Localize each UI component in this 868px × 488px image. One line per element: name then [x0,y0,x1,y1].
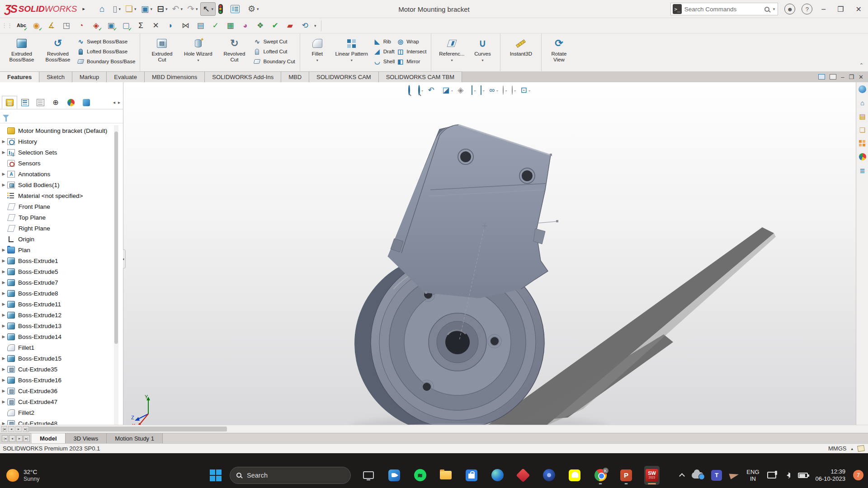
zoom-to-fit-icon[interactable]: ⌄ [407,84,415,95]
view-orientation-icon[interactable]: ⌄ [470,84,478,95]
tab-solidworks-addins[interactable]: SOLIDWORKS Add-Ins [205,71,281,82]
command-manager-toggle-icon[interactable]: ▾ [229,2,245,16]
tree-root-item[interactable]: Motor Mounting bracket (Default) [0,125,113,136]
tree-item[interactable]: ▶ History [0,136,113,147]
tab-sketch[interactable]: Sketch [39,71,72,82]
clock-widget[interactable]: 12:39 06-10-2023 [816,468,846,483]
tree-item[interactable]: ▶ Top Plane [0,212,113,223]
import-diagnostics-icon[interactable]: ▢ [118,19,133,32]
threedexperience-icon[interactable] [856,82,868,96]
tree-item[interactable]: ▶ Origin [0,234,113,244]
home-tab-icon[interactable]: ⌂ [856,96,868,109]
view-palette-icon[interactable] [856,136,868,150]
tree-item[interactable]: ▶ Cut-Extrude48 [0,418,113,425]
swept-boss-base-button[interactable]: ∿ Swept Boss/Base [77,37,135,47]
mirror-button[interactable]: ◧ Mirror [396,56,426,66]
revolved-cut-button[interactable]: ↻ Revolved Cut [217,35,251,68]
doc-close-button[interactable]: ✕ [859,74,863,80]
tree-vertical-scrollbar[interactable] [114,125,118,425]
tree-item[interactable]: ▶ Cut-Extrude35 [0,364,113,375]
language-indicator[interactable]: ENG IN [746,469,759,482]
onedrive-icon[interactable] [692,472,703,479]
curves-button[interactable]: ∪ Curves ▾ [469,35,495,62]
tree-item[interactable]: ▶ Front Plane [0,201,113,212]
dynamic-annotation-views-icon[interactable]: ◈ ⌄ [456,84,469,95]
tab-solidworks-cam-tbm[interactable]: SOLIDWORKS CAM TBM [379,71,462,82]
save-button[interactable]: ▣ ▾ [139,2,154,16]
viewport-pane-icon[interactable] [818,74,825,80]
hide-show-items-icon[interactable]: ∞ ⌄ [488,84,500,95]
tab-markup[interactable]: Markup [72,71,107,82]
design-library-icon[interactable]: ▤ [856,109,868,123]
draft-button[interactable]: ◢ Draft [373,47,395,56]
measure-icon[interactable]: ∡ [44,19,59,32]
snapchat-app-icon[interactable] [567,466,582,485]
instant3d-button[interactable]: Instant3D [505,35,537,62]
taskbar-search[interactable]: Search [230,467,351,484]
boundary-cut-button[interactable]: Boundary Cut [253,56,295,66]
statistics-icon[interactable]: Σ [133,19,148,32]
camera-app-icon[interactable] [387,466,402,485]
tree-item[interactable]: ▶ Material <not specified> [0,190,113,201]
user-account-icon[interactable]: ☻ [784,4,795,14]
solidworks-logo[interactable]: ƷS SOLIDWORKS ▸ [5,3,85,15]
hole-wizard-button[interactable]: Hole Wizard ▾ [181,35,215,62]
tab-evaluate[interactable]: Evaluate [107,71,145,82]
scroll-next-icon[interactable]: ▸ [15,426,22,432]
unit-system-label[interactable]: MMGS [828,445,846,452]
redo-button[interactable]: ↷ ▾ [185,2,199,16]
last-tab-icon[interactable]: ▸| [24,435,30,442]
lofted-boss-base-button[interactable]: Lofted Boss/Base [77,47,135,56]
propertymanager-tab[interactable] [33,96,48,109]
tree-item[interactable]: ▶ Fillet1 [0,342,113,353]
tree-item[interactable]: ▶ Boss-Extrude14 [0,331,113,342]
next-tab-icon[interactable]: ▸ [16,435,23,442]
compare-documents-icon[interactable]: ▤ [193,19,208,32]
help-button[interactable]: ? [802,4,812,14]
zebra-stripes-icon[interactable]: ◗ [163,19,178,32]
tree-item[interactable]: ▶ Boss-Extrude11 [0,299,113,310]
tree-item[interactable]: ▶ Boss-Extrude12 [0,310,113,320]
recover-model-icon[interactable]: ⟲ [297,19,312,32]
mass-properties-icon[interactable]: ◳ [59,19,74,32]
final-render-icon[interactable]: ✔ [268,19,283,32]
displaymanager-tab[interactable] [17,96,33,109]
extruded-cut-button[interactable]: Extruded Cut [145,35,179,68]
first-tab-icon[interactable]: |◂ [2,435,8,442]
zoom-to-area-icon[interactable]: ⌄ [417,84,425,95]
rendering-tools-icon[interactable]: ◕ [238,19,253,32]
paper-plane-icon[interactable] [729,471,740,479]
tab-mbd-dimensions[interactable]: MBD Dimensions [145,71,205,82]
tab-scroll-left-icon[interactable]: ◂ [113,100,115,105]
featuremanager-design-tree-tab[interactable] [2,96,17,109]
revolved-boss-base-button[interactable]: ↺ Revolved Boss/Base [41,35,75,68]
minimize-button[interactable]: – [819,5,828,13]
geometry-analysis-icon[interactable]: ◈ [89,19,104,32]
microsoft-store-app-icon[interactable] [464,466,479,485]
undo-button[interactable]: ↶ ▾ [170,2,184,16]
pen-display-icon[interactable] [767,472,776,479]
weather-widget[interactable]: 32°C Sunny [6,469,74,482]
search-icon[interactable] [764,7,769,12]
scroll-first-icon[interactable]: |◂ [1,426,7,432]
tree-item[interactable]: ▶ Plan [0,244,113,255]
tree-item[interactable]: ▶ Boss-Extrude1 [0,255,113,266]
spell-checker-icon[interactable]: Abc [14,19,29,32]
view-settings-icon[interactable]: ⊡ ⌄ [519,84,533,95]
volume-icon[interactable] [787,473,790,478]
rotate-view-button[interactable]: ⟳ Rotate View [546,35,571,68]
red-app-icon[interactable] [515,466,531,485]
boundary-boss-base-button[interactable]: Boundary Boss/Base [77,56,135,66]
print-button[interactable]: ⊟ ▾ [155,2,169,16]
apply-scene-icon[interactable]: ⌄ [510,84,518,95]
battery-icon[interactable] [798,473,808,478]
toolbar-flyout-caret-icon[interactable]: ▾ [314,23,316,28]
powerpoint-app-icon[interactable]: P [618,466,634,485]
close-button[interactable]: ✕ [853,5,864,14]
chrome-app-icon[interactable]: K [593,466,608,485]
ribbon-collapse-icon[interactable]: ⌃ [859,62,863,68]
options-button[interactable]: ⚙ ▾ [246,2,261,16]
tab-mbd[interactable]: MBD [281,71,309,82]
file-explorer-app-icon[interactable] [438,466,453,485]
file-explorer-icon[interactable]: ❏ [856,123,868,136]
